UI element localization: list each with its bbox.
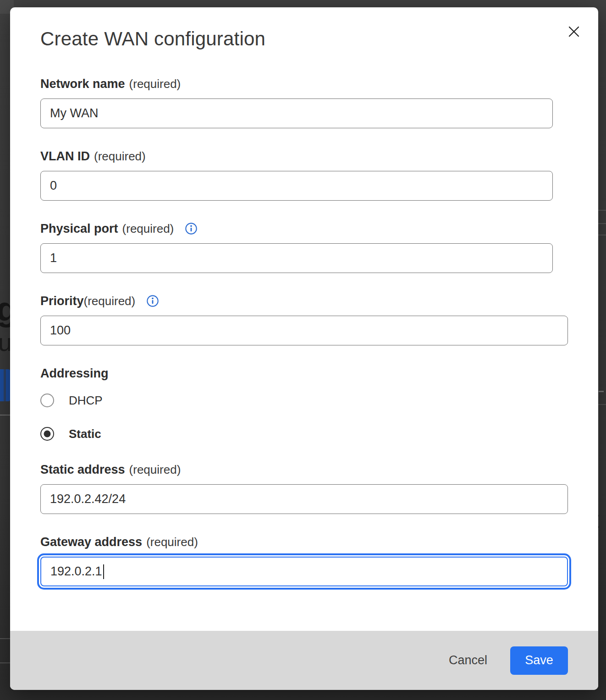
screen: g u t l t Create WAN configuration Netwo… — [0, 0, 606, 700]
input-value: 1 — [50, 251, 57, 265]
required-marker: (required) — [129, 76, 181, 92]
field-gateway-address: Gateway address (required) 192.0.2.1 — [40, 534, 568, 586]
gateway-address-label: Gateway address (required) — [40, 534, 568, 550]
priority-label: Priority (required) — [40, 293, 568, 309]
dialog-body: Create WAN configuration Network name (r… — [10, 7, 598, 586]
field-label-text: Physical port — [40, 221, 118, 236]
background-divider — [0, 662, 10, 663]
dialog-title: Create WAN configuration — [40, 27, 568, 50]
input-value: My WAN — [50, 106, 98, 120]
text-caret — [103, 564, 104, 579]
radio-label: Static — [69, 427, 101, 441]
field-physical-port: Physical port (required) 1 — [40, 221, 568, 273]
field-label-text: Static address — [40, 462, 125, 477]
field-label-text: Gateway address — [40, 534, 142, 550]
priority-input[interactable]: 100 — [40, 316, 568, 345]
radio-option-dhcp[interactable]: DHCP — [40, 392, 568, 409]
background-divider — [0, 415, 10, 416]
physical-port-label: Physical port (required) — [40, 221, 568, 236]
required-marker: (required) — [122, 221, 174, 236]
field-vlan-id: VLAN ID (required) 0 — [40, 148, 568, 201]
required-marker: (required) — [94, 148, 146, 164]
field-label-text: Priority — [40, 293, 84, 309]
radio-unselected-icon[interactable] — [40, 394, 54, 407]
save-button[interactable]: Save — [510, 646, 568, 675]
gateway-address-input[interactable]: 192.0.2.1 — [40, 557, 568, 586]
dialog-footer: Cancel Save — [10, 631, 598, 690]
required-marker: (required) — [84, 293, 136, 309]
input-value: 100 — [50, 323, 71, 338]
background-divider — [597, 235, 606, 235]
vlan-id-input[interactable]: 0 — [40, 171, 553, 201]
radio-label: DHCP — [69, 394, 103, 408]
addressing-heading: Addressing — [40, 366, 568, 381]
info-icon[interactable] — [146, 295, 159, 307]
network-name-label: Network name (required) — [40, 76, 568, 92]
vlan-id-label: VLAN ID (required) — [40, 148, 568, 164]
static-address-input[interactable]: 192.0.2.42/24 — [40, 484, 568, 514]
input-value: 192.0.2.1 — [50, 564, 102, 579]
background-divider — [597, 404, 606, 405]
radio-option-static[interactable]: Static — [40, 426, 568, 442]
static-address-label: Static address (required) — [40, 462, 568, 477]
create-wan-configuration-dialog: Create WAN configuration Network name (r… — [10, 7, 598, 690]
network-name-input[interactable]: My WAN — [40, 98, 553, 128]
background-divider — [597, 210, 606, 211]
background-artifact — [4, 369, 6, 401]
required-marker: (required) — [146, 534, 198, 550]
input-value: 192.0.2.42/24 — [50, 492, 126, 506]
physical-port-input[interactable]: 1 — [40, 243, 553, 273]
input-value: 0 — [50, 179, 57, 193]
background-divider — [599, 391, 604, 392]
field-network-name: Network name (required) My WAN — [40, 76, 568, 128]
required-marker: (required) — [129, 462, 181, 477]
background-divider — [0, 638, 10, 639]
addressing-section: Addressing DHCP Static — [40, 366, 568, 442]
field-priority: Priority (required) 100 — [40, 293, 568, 345]
background-divider — [597, 223, 606, 224]
field-label-text: Network name — [40, 76, 125, 92]
field-static-address: Static address (required) 192.0.2.42/24 — [40, 462, 568, 514]
info-icon[interactable] — [185, 222, 198, 235]
cancel-button[interactable]: Cancel — [442, 649, 494, 672]
radio-selected-icon[interactable] — [40, 427, 54, 441]
field-label-text: VLAN ID — [40, 148, 90, 164]
